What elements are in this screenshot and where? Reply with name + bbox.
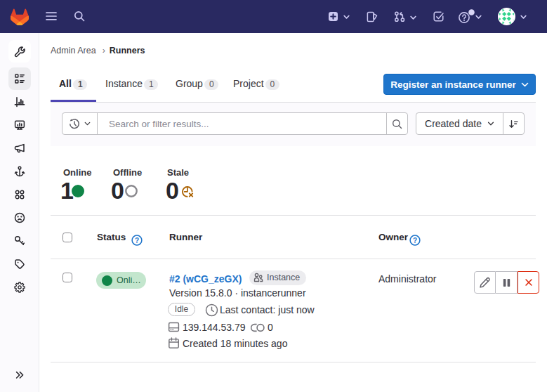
svg-text:?: ? xyxy=(413,237,417,244)
svg-text:?: ? xyxy=(135,237,139,244)
